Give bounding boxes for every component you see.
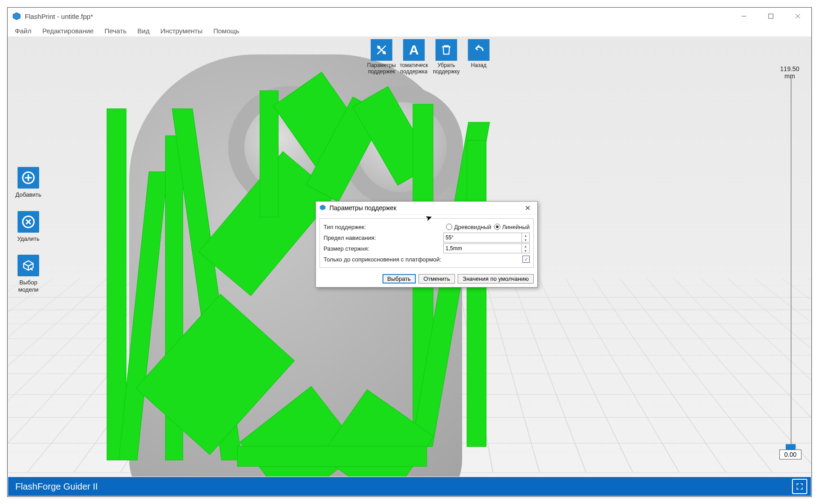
dialog-title: Параметры поддержек	[329, 204, 396, 212]
back-label: Назад	[471, 63, 486, 69]
touch-platform-label: Только до соприкосновения с платформой:	[324, 256, 522, 263]
fullscreen-button[interactable]	[792, 479, 807, 494]
auto-support-button[interactable]: A	[403, 39, 425, 61]
menu-view[interactable]: Вид	[133, 26, 154, 36]
support-params-label: Параметрыподдержек	[367, 63, 396, 75]
dialog-icon	[320, 204, 326, 212]
pillar-spinner[interactable]: ▲▼	[443, 243, 530, 253]
svg-rect-2	[769, 14, 773, 18]
remove-support-button[interactable]	[436, 39, 457, 61]
dialog-cancel-button[interactable]: Отменить	[418, 274, 455, 284]
svg-marker-0	[13, 13, 20, 20]
menu-tools[interactable]: Инструменты	[156, 26, 207, 36]
overhang-spinner[interactable]: ▲▼	[443, 233, 530, 243]
select-model-label: Выбор модели	[18, 279, 38, 293]
ruler-track[interactable]	[791, 77, 792, 447]
radio-linear[interactable]: Линейный	[494, 224, 530, 230]
add-support-button[interactable]	[18, 167, 39, 189]
svg-point-5	[378, 46, 380, 49]
menu-edit[interactable]: Редактирование	[38, 26, 98, 36]
support-params-button[interactable]	[371, 39, 392, 61]
radio-tree[interactable]: Древовидный	[446, 224, 491, 230]
minimize-button[interactable]	[730, 8, 757, 25]
remove-support-label: Убратьподдержку	[433, 63, 460, 75]
select-model-button[interactable]	[18, 255, 39, 276]
touch-platform-checkbox[interactable]: ✓	[522, 256, 530, 263]
app-icon	[12, 12, 21, 21]
maximize-button[interactable]	[757, 8, 784, 25]
add-label: Добавить	[15, 191, 41, 198]
printer-name: FlashForge Guider II	[15, 482, 98, 492]
pillar-label: Размер стержня:	[324, 245, 443, 252]
window-title: FlashPrint - untitle.fpp*	[25, 13, 93, 20]
dialog-select-button[interactable]: Выбрать	[382, 274, 416, 284]
menu-file[interactable]: Файл	[10, 26, 36, 36]
delete-support-button[interactable]	[18, 211, 39, 233]
overhang-input[interactable]	[444, 234, 529, 241]
dialog-defaults-button[interactable]: Значения по умолчанию	[458, 274, 534, 284]
dialog-close-button[interactable]: ✕	[521, 204, 534, 212]
ruler-unit: mm	[780, 72, 800, 80]
menu-print[interactable]: Печать	[100, 26, 131, 36]
overhang-label: Предел нависания:	[324, 234, 443, 241]
menu-help[interactable]: Помощь	[209, 26, 244, 36]
support-type-label: Тип поддержек:	[324, 224, 446, 230]
back-button[interactable]	[468, 39, 490, 61]
ruler-max-value: 119.50	[780, 65, 800, 72]
svg-point-6	[383, 52, 385, 54]
left-toolbar: Добавить Удалить Выбор модели	[14, 167, 43, 293]
statusbar: FlashForge Guider II	[8, 477, 811, 496]
close-button[interactable]	[784, 8, 811, 25]
height-ruler: 119.50 mm	[780, 65, 800, 80]
ruler-thumb[interactable]	[786, 444, 796, 450]
main-window: FlashPrint - untitle.fpp* Файл Редактиро…	[7, 7, 812, 497]
ruler-min-value: 0.00	[779, 450, 801, 459]
pillar-input[interactable]	[444, 245, 529, 252]
auto-support-label: томатическподдержка	[400, 63, 428, 75]
menubar: Файл Редактирование Печать Вид Инструмен…	[8, 25, 811, 37]
support-toolbar: Параметрыподдержек A томатическподдержка…	[366, 39, 495, 75]
svg-marker-14	[320, 204, 325, 210]
titlebar: FlashPrint - untitle.fpp*	[8, 8, 811, 25]
delete-label: Удалить	[17, 235, 40, 243]
